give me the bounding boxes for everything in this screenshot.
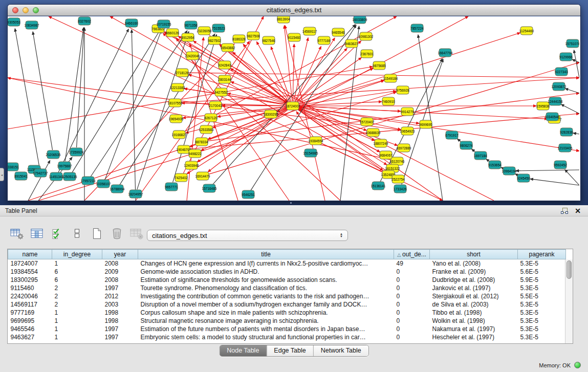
- graph-node[interactable]: 9806274: [460, 141, 473, 149]
- graph-node[interactable]: 9592452: [554, 161, 567, 169]
- graph-node[interactable]: 9463627: [345, 39, 358, 48]
- graph-node[interactable]: 16647794: [438, 49, 453, 57]
- graph-node[interactable]: 19975887: [57, 162, 72, 170]
- table-selector[interactable]: citations_edges.txt ▲▼: [147, 230, 348, 241]
- graph-node[interactable]: 9699695: [419, 120, 432, 128]
- graph-node[interactable]: 9546251: [242, 190, 255, 199]
- graph-node[interactable]: 12103405: [558, 144, 573, 152]
- graph-node[interactable]: 9875685: [373, 61, 386, 70]
- graph-node[interactable]: 11549184: [383, 74, 398, 82]
- graph-node[interactable]: 9427552: [214, 88, 228, 96]
- table-row[interactable]: 946554611997Estimation of the future num…: [8, 325, 566, 333]
- table-mode-button[interactable]: [69, 227, 84, 242]
- column-header-name[interactable]: name: [8, 250, 52, 259]
- graph-node[interactable]: 15716485: [202, 184, 217, 192]
- graph-node[interactable]: 10981302: [359, 32, 374, 40]
- graph-node[interactable]: 9498222: [188, 149, 202, 158]
- graph-node[interactable]: 9153654: [488, 161, 502, 169]
- graph-node[interactable]: 9827502: [208, 36, 221, 45]
- table-row[interactable]: 977716911998Corpus callosum shape and si…: [8, 309, 566, 317]
- column-settings-button[interactable]: [9, 227, 25, 242]
- graph-node[interactable]: 9671358: [184, 21, 198, 29]
- graph-node[interactable]: 8878334: [195, 138, 208, 146]
- graph-node[interactable]: 9227343: [555, 68, 568, 76]
- column-header-in-degree[interactable]: in_degree: [52, 250, 102, 259]
- graph-node[interactable]: 12403948: [184, 161, 199, 169]
- graph-node[interactable]: 17359924: [69, 148, 84, 156]
- delete-columns-button[interactable]: [109, 227, 124, 242]
- scrollbar-thumb[interactable]: [567, 260, 572, 279]
- graph-node[interactable]: 12444158: [548, 97, 563, 105]
- graph-node[interactable]: 14569117: [302, 27, 317, 35]
- graph-node[interactable]: 15720407: [360, 118, 375, 126]
- graph-node[interactable]: 10358107: [96, 180, 111, 188]
- splitter-grip[interactable]: [290, 202, 297, 205]
- graph-node[interactable]: 12093872: [552, 82, 567, 91]
- tab-edge-table[interactable]: Edge Table: [266, 345, 313, 356]
- graph-node[interactable]: 9756928: [396, 86, 409, 94]
- graph-node[interactable]: 15136141: [371, 182, 386, 190]
- graph-node[interactable]: 6791917: [445, 131, 459, 139]
- table-row[interactable]: 946362711997Embryonic stem cells: a mode…: [8, 333, 566, 341]
- create-column-button[interactable]: [89, 227, 104, 242]
- graph-node[interactable]: 2522754: [391, 175, 405, 183]
- graph-node[interactable]: 18807249: [374, 139, 388, 147]
- graph-node[interactable]: 9684067: [379, 151, 393, 159]
- graph-node[interactable]: 7515523: [212, 24, 225, 32]
- zoom-window-button[interactable]: [33, 7, 39, 13]
- graph-node[interactable]: 10964194: [502, 167, 517, 175]
- graph-node[interactable]: 8813904: [277, 16, 290, 23]
- graph-node[interactable]: 10688639: [366, 128, 381, 137]
- table-row[interactable]: 1872400712008Changes of HCN gene express…: [8, 259, 566, 268]
- graph-node[interactable]: 17942737: [33, 169, 48, 177]
- graph-node[interactable]: 9827546: [262, 36, 275, 45]
- graph-node[interactable]: 9245450: [517, 174, 530, 182]
- table-vertical-scrollbar[interactable]: [565, 259, 573, 343]
- graph-node[interactable]: 15751074: [565, 39, 579, 48]
- graph-node[interactable]: 18107553: [168, 99, 183, 107]
- column-header-out-de-[interactable]: △out_de...: [394, 250, 430, 259]
- show-columns-button[interactable]: [29, 227, 45, 242]
- graph-node[interactable]: 9282836: [560, 128, 573, 136]
- graph-node[interactable]: 12533583: [199, 125, 214, 134]
- graph-node[interactable]: 1697184: [474, 151, 487, 160]
- graph-node[interactable]: 16543882: [221, 43, 235, 52]
- graph-node[interactable]: 19384554: [309, 137, 323, 145]
- graph-node[interactable]: 10719155: [157, 20, 171, 28]
- graph-node[interactable]: 2803144: [218, 75, 231, 83]
- graph-node[interactable]: 18300295: [264, 110, 278, 118]
- graph-node[interactable]: 19654935: [169, 115, 184, 123]
- graph-node[interactable]: 20206535: [46, 150, 61, 159]
- graph-node[interactable]: 10340546: [545, 113, 560, 121]
- graph-node[interactable]: 7425402: [175, 173, 188, 182]
- tab-network-table[interactable]: Network Table: [313, 345, 368, 356]
- graph-node[interactable]: 11254460: [519, 27, 534, 35]
- table-row[interactable]: 2242004622012Investigating the contribut…: [8, 292, 566, 300]
- graph-node[interactable]: 16788994: [110, 185, 125, 193]
- graph-node[interactable]: 8186328: [232, 35, 246, 43]
- graph-node[interactable]: 16972889: [397, 144, 411, 152]
- graph-node[interactable]: 22420046: [185, 52, 200, 60]
- minimize-window-button[interactable]: [23, 7, 29, 13]
- network-window-titlebar[interactable]: citations_edges.txt: [8, 5, 580, 16]
- graph-node[interactable]: 16914479: [195, 172, 210, 180]
- graph-node[interactable]: 11451341: [49, 172, 64, 181]
- select-columns-button[interactable]: [49, 227, 64, 242]
- graph-node[interactable]: 1733426: [394, 185, 407, 193]
- column-header-year[interactable]: year: [102, 250, 138, 259]
- graph-node[interactable]: 2367601: [360, 50, 374, 58]
- graph-node[interactable]: 9914279: [401, 107, 414, 116]
- graph-node[interactable]: 19166827: [172, 130, 187, 139]
- graph-node[interactable]: 9465546: [332, 28, 345, 36]
- graph-node[interactable]: 8327602: [78, 17, 91, 25]
- graph-node[interactable]: 9827508: [247, 32, 260, 40]
- graph-node[interactable]: 19654923: [400, 127, 415, 135]
- table-row[interactable]: 911546021997Tourette syndrome. Phenomeno…: [8, 284, 566, 292]
- graph-node[interactable]: 9338151: [8, 163, 19, 171]
- graph-node[interactable]: 10834987: [25, 21, 39, 29]
- graph-node[interactable]: 7460910: [382, 97, 395, 105]
- table-row[interactable]: 1830029562008Estimation of significance …: [8, 276, 566, 284]
- graph-node[interactable]: 12505135: [62, 172, 77, 181]
- graph-node[interactable]: 8915041: [14, 172, 28, 180]
- graph-node[interactable]: 9777169: [317, 36, 331, 45]
